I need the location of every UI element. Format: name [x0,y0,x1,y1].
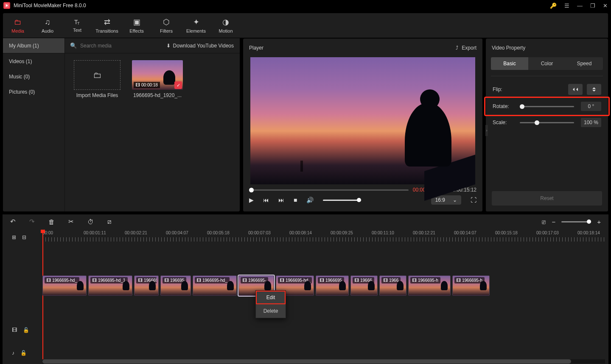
toolbar-filters[interactable]: ⬡Filters [151,13,181,38]
volume-icon[interactable]: 🔊 [306,197,314,203]
stop-button[interactable]: ■ [294,197,297,203]
delete-button[interactable]: 🗑 [48,218,55,225]
ruler-label: 00:00:09:25 [331,231,353,235]
prev-frame-button[interactable]: ⏮ [263,197,269,203]
export-icon: ⤴ [456,45,458,51]
category-videos[interactable]: Videos (1) [9,58,59,64]
import-media-card[interactable]: 🗀 Import Media Files [72,60,123,98]
next-frame-button[interactable]: ⏭ [278,197,284,203]
album-categories: Videos (1) Music (0) Pictures (0) [3,53,65,211]
flip-horizontal-button[interactable] [568,84,583,95]
timeline-clip[interactable]: 🎞1966695-hd_ [193,275,237,296]
speed-button[interactable]: ⏱ [87,218,94,225]
swap-icon: ⇄ [104,17,110,27]
time-ruler[interactable]: 00:0000:00:01:1100:00:02:2100:00:04:0700… [42,231,605,243]
video-preview[interactable] [250,57,475,184]
player-title: Player [249,45,263,51]
split-button[interactable]: ✂ [68,218,74,225]
download-youtube-button[interactable]: ⬇ Download YouTube Videos [160,38,240,53]
check-icon: ✓ [174,81,182,89]
minimize-button[interactable]: — [577,3,583,9]
tab-basic[interactable]: Basic [491,57,528,70]
ruler-label: 00:00:12:21 [413,231,435,235]
stack-icon: ▣ [133,17,140,27]
rotate-slider[interactable] [520,106,574,107]
fit-timeline-icon[interactable]: ⊞ [12,234,16,240]
sparkle-icon: ✦ [193,17,199,27]
timeline-scrollbar[interactable] [42,359,605,364]
rotate-value[interactable]: 0 ° [581,102,601,111]
ruler-label: 00:00:02:21 [125,231,147,235]
toolbar-effects[interactable]: ▣Effects [122,13,151,38]
export-button[interactable]: ⤴ Export [456,45,476,51]
tab-speed[interactable]: Speed [566,57,603,70]
search-icon: 🔍 [70,42,77,49]
panel-collapse-handle[interactable]: › [485,125,488,136]
media-clip-card[interactable]: 🎞00:00:18 ✓ 1966695-hd_1920_... [132,60,183,98]
flip-vertical-button[interactable] [587,84,601,95]
zoom-out-button[interactable]: − [552,218,555,225]
ruler-label: 00:00:05:18 [207,231,230,235]
snap-button[interactable]: ⎚ [542,218,546,225]
timeline-clip[interactable]: 🎞1966695-hd_ [42,275,87,296]
zoom-in-button[interactable]: + [597,218,601,225]
clip-label: 🎞1966695-hd_1 [90,277,128,283]
timeline-clip[interactable]: 🎞1966695-h [452,275,490,296]
play-button[interactable]: ▶ [249,197,254,203]
timeline-clip[interactable]: 🎞1966695-h [408,275,451,296]
timeline-clip[interactable]: 🎞1966 [379,275,406,296]
ruler-label: 00:00:18:14 [577,231,600,235]
redo-button[interactable]: ↷ [29,218,35,225]
audio-lock-icon[interactable]: 🔓 [20,350,27,356]
license-key-icon[interactable]: 🔑 [550,3,557,9]
close-button[interactable]: ✕ [603,3,608,9]
my-album-tab[interactable]: My Album (1) [3,38,65,53]
clip-label: 🎞1966695-hd_ [195,277,230,283]
zoom-slider[interactable] [561,221,591,222]
fullscreen-button[interactable]: ⛶ [471,197,476,203]
ruler-label: 00:00:14:07 [454,231,476,235]
undo-button[interactable]: ↶ [10,218,16,225]
video-track[interactable]: 🎞1966695-hd_🎞1966695-hd_1🎞1966695-hd_🎞19… [42,275,605,308]
scale-value[interactable]: 100 % [581,118,601,127]
audio-track-icon: ♪ [12,350,14,356]
toolbar-text[interactable]: TTText [62,13,92,38]
context-delete[interactable]: Delete [256,304,286,318]
toolbar-transitions[interactable]: ⇄Transitions [92,13,122,38]
main-toolbar: 🗀Media ♫Audio TTText ⇄Transitions ▣Effec… [3,13,608,38]
download-icon: ⬇ [166,43,171,49]
timeline-clip[interactable]: 🎞196695 [160,275,191,296]
property-title: Video Property [492,45,525,51]
text-icon: TT [73,18,81,26]
timeline-clip[interactable]: 🎞1966695 [316,275,349,296]
player-panel: Player ⤴ Export 00:00:00:00 / 00:00:15:1… [243,38,483,212]
timeline-clip[interactable]: 🎞19666 [350,275,378,296]
chevron-down-icon: ⌄ [453,197,457,203]
category-pictures[interactable]: Pictures (0) [9,89,59,95]
toolbar-motion[interactable]: ◑Motion [211,13,241,38]
toolbar-media[interactable]: 🗀Media [3,13,33,38]
ruler-label: 00:00:08:14 [289,231,312,235]
tab-color[interactable]: Color [528,57,566,70]
context-edit[interactable]: Edit [256,291,286,304]
reset-button[interactable]: Reset [492,191,602,206]
titlebar: MiniTool MovieMaker Free 8.0.0 🔑 ☰ — ❐ ✕ [0,0,611,11]
volume-slider[interactable] [323,200,361,201]
ruler-label: 00:00:07:03 [248,231,271,235]
timeline-clip[interactable]: 🎞1966695-hd_ [134,275,159,296]
clip-label: 🎞1966695-hd_ [45,277,79,283]
search-input[interactable] [80,43,155,49]
maximize-button[interactable]: ❐ [590,3,595,9]
toolbar-elements[interactable]: ✦Elements [181,13,211,38]
ruler-label: 00:00:17:03 [536,231,559,235]
toolbar-audio[interactable]: ♫Audio [33,13,62,38]
scale-slider[interactable] [520,122,574,123]
category-music[interactable]: Music (0) [9,74,59,80]
crop-button[interactable]: ⧄ [107,218,112,225]
seek-slider[interactable] [249,189,409,191]
video-lock-icon[interactable]: 🔓 [23,327,29,333]
menu-icon[interactable]: ☰ [564,3,569,9]
timeline-clip[interactable]: 🎞1966695-hd_1 [88,275,132,296]
collapse-tracks-icon[interactable]: ⊟ [22,234,26,240]
shapes-icon: ⬡ [163,17,170,27]
